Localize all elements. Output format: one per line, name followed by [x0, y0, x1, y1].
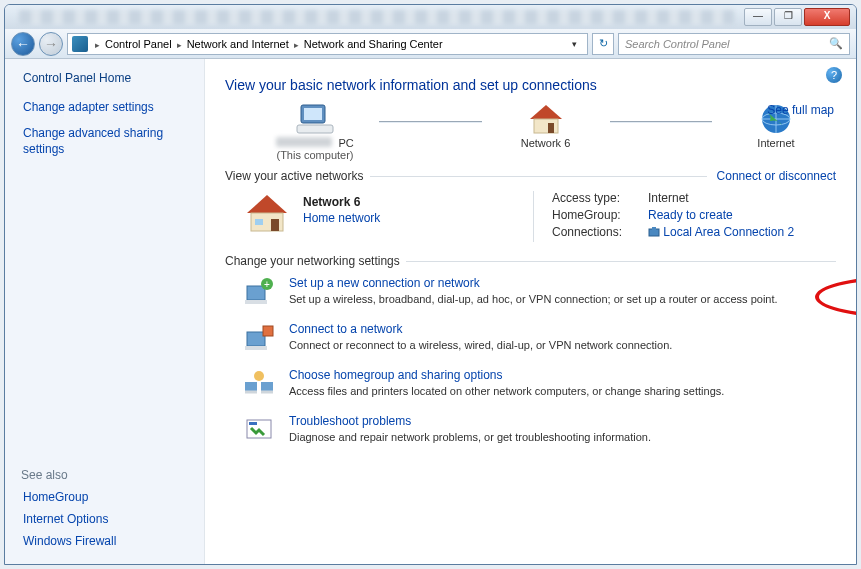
node-internet-label: Internet — [757, 137, 794, 149]
svg-rect-14 — [247, 286, 265, 300]
crumb-sep — [174, 38, 185, 50]
ethernet-icon — [648, 226, 660, 238]
task-setup-connection-desc: Set up a wireless, broadband, dial-up, a… — [289, 292, 778, 307]
svg-rect-13 — [652, 227, 656, 230]
crumb-control-panel[interactable]: Control Panel — [103, 38, 174, 50]
task-list: + Set up a new connection or networkSet … — [243, 276, 836, 446]
refresh-button[interactable]: ↻ — [592, 33, 614, 55]
search-icon: 🔍 — [829, 37, 843, 50]
task-homegroup: Choose homegroup and sharing optionsAcce… — [243, 368, 836, 400]
connect-disconnect-link[interactable]: Connect or disconnect — [717, 169, 836, 183]
sidebar: Control Panel Home Change adapter settin… — [5, 59, 205, 564]
main-content: ? View your basic network information an… — [205, 59, 856, 564]
svg-rect-2 — [297, 125, 333, 133]
address-dropdown[interactable]: ▾ — [566, 39, 583, 49]
task-homegroup-link[interactable]: Choose homegroup and sharing options — [289, 368, 724, 382]
help-icon[interactable]: ? — [826, 67, 842, 83]
change-adapter-link[interactable]: Change adapter settings — [23, 99, 190, 115]
task-troubleshoot: Troubleshoot problemsDiagnose and repair… — [243, 414, 836, 446]
navbar: ← → Control Panel Network and Internet N… — [5, 29, 856, 59]
svg-rect-20 — [263, 326, 273, 336]
back-button[interactable]: ← — [11, 32, 35, 56]
active-network-type-link[interactable]: Home network — [303, 211, 380, 225]
homegroup-ready-link[interactable]: Ready to create — [648, 208, 733, 222]
control-panel-home-link[interactable]: Control Panel Home — [23, 71, 190, 85]
svg-rect-5 — [548, 123, 554, 133]
close-button[interactable]: X — [804, 8, 850, 26]
svg-marker-3 — [530, 105, 562, 119]
task-setup-connection-link[interactable]: Set up a new connection or network — [289, 276, 778, 290]
crumb-network-internet[interactable]: Network and Internet — [185, 38, 291, 50]
search-placeholder: Search Control Panel — [625, 38, 730, 50]
network-map: PC (This computer) Network 6 Internet — [255, 103, 836, 161]
svg-rect-25 — [249, 422, 257, 425]
house-icon — [526, 103, 566, 137]
home-network-icon — [243, 191, 291, 235]
svg-rect-4 — [534, 119, 558, 133]
node-network-label: Network 6 — [521, 137, 571, 149]
change-advanced-sharing-link[interactable]: Change advanced sharing settings — [23, 125, 190, 157]
access-type-value: Internet — [648, 191, 689, 205]
computer-icon — [295, 103, 335, 137]
svg-marker-8 — [247, 195, 287, 213]
active-networks-label: View your active networks — [225, 169, 364, 183]
svg-rect-19 — [245, 346, 267, 350]
svg-rect-12 — [649, 229, 659, 236]
seealso-internet-options-link[interactable]: Internet Options — [23, 512, 190, 526]
node-network: Network 6 — [486, 103, 606, 161]
setup-connection-icon: + — [243, 276, 275, 308]
troubleshoot-icon — [243, 414, 275, 446]
local-area-connection-link[interactable]: Local Area Connection 2 — [648, 225, 794, 239]
svg-rect-18 — [247, 332, 265, 346]
minimize-button[interactable]: — — [744, 8, 772, 26]
page-heading: View your basic network information and … — [225, 77, 836, 93]
see-also-heading: See also — [21, 468, 190, 482]
window: — ❐ X ← → Control Panel Network and Inte… — [4, 4, 857, 565]
see-full-map-link[interactable]: See full map — [767, 103, 834, 117]
map-link-line — [610, 121, 713, 123]
task-homegroup-desc: Access files and printers located on oth… — [289, 384, 724, 399]
node-this-pc: PC (This computer) — [255, 103, 375, 161]
active-network-details: Access type:Internet HomeGroup:Ready to … — [533, 191, 836, 242]
address-bar[interactable]: Control Panel Network and Internet Netwo… — [67, 33, 588, 55]
connect-network-icon — [243, 322, 275, 354]
seealso-homegroup-link[interactable]: HomeGroup — [23, 490, 190, 504]
svg-point-23 — [254, 371, 264, 381]
crumb-sep — [92, 38, 103, 50]
forward-button[interactable]: → — [39, 32, 63, 56]
active-network-name: Network 6 — [303, 195, 380, 209]
node-pc-label: PC — [276, 137, 353, 149]
task-connect-network: Connect to a networkConnect or reconnect… — [243, 322, 836, 354]
homegroup-label: HomeGroup: — [552, 208, 648, 222]
task-setup-connection: + Set up a new connection or networkSet … — [243, 276, 836, 308]
control-panel-icon — [72, 36, 88, 52]
task-connect-network-desc: Connect or reconnect to a wireless, wire… — [289, 338, 672, 353]
svg-rect-10 — [271, 219, 279, 231]
active-network-block: Network 6 Home network Access type:Inter… — [243, 191, 836, 242]
node-pc-sublabel: (This computer) — [276, 149, 353, 161]
svg-text:+: + — [264, 279, 270, 290]
svg-rect-11 — [255, 219, 263, 225]
active-networks-section: View your active networks Connect or dis… — [225, 169, 836, 183]
homegroup-icon — [243, 368, 275, 400]
window-title-blurred — [19, 10, 734, 24]
titlebar: — ❐ X — [5, 5, 856, 29]
search-box[interactable]: Search Control Panel 🔍 — [618, 33, 850, 55]
map-link-line — [379, 121, 482, 123]
maximize-button[interactable]: ❐ — [774, 8, 802, 26]
task-troubleshoot-link[interactable]: Troubleshoot problems — [289, 414, 651, 428]
connections-label: Connections: — [552, 225, 648, 239]
crumb-sep — [291, 38, 302, 50]
access-type-label: Access type: — [552, 191, 648, 205]
crumb-sharing-center[interactable]: Network and Sharing Center — [302, 38, 445, 50]
body: Control Panel Home Change adapter settin… — [5, 59, 856, 564]
change-settings-section: Change your networking settings — [225, 254, 836, 268]
change-settings-label: Change your networking settings — [225, 254, 400, 268]
task-troubleshoot-desc: Diagnose and repair network problems, or… — [289, 430, 651, 445]
seealso-windows-firewall-link[interactable]: Windows Firewall — [23, 534, 190, 548]
task-connect-network-link[interactable]: Connect to a network — [289, 322, 672, 336]
svg-rect-15 — [245, 300, 267, 304]
svg-rect-1 — [304, 108, 322, 120]
